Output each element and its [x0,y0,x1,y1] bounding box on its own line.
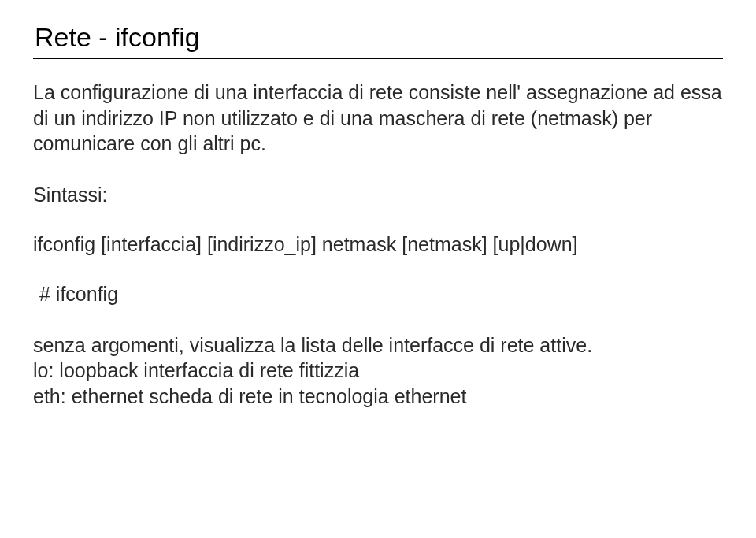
command-example: # ifconfig [39,283,723,306]
description-line-1: senza argomenti, visualizza la lista del… [33,334,592,356]
syntax-label: Sintassi: [33,184,723,206]
description: senza argomenti, visualizza la lista del… [33,332,723,410]
syntax-line: ifconfig [interfaccia] [indirizzo_ip] ne… [33,233,723,256]
description-line-3: eth: ethernet scheda di rete in tecnolog… [33,385,466,407]
intro-paragraph: La configurazione di una interfaccia di … [33,80,723,157]
slide: Rete - ifconfig La configurazione di una… [0,0,756,538]
description-line-2: lo: loopback interfaccia di rete fittizz… [33,359,359,381]
page-title: Rete - ifconfig [33,22,723,53]
title-divider [33,58,723,59]
